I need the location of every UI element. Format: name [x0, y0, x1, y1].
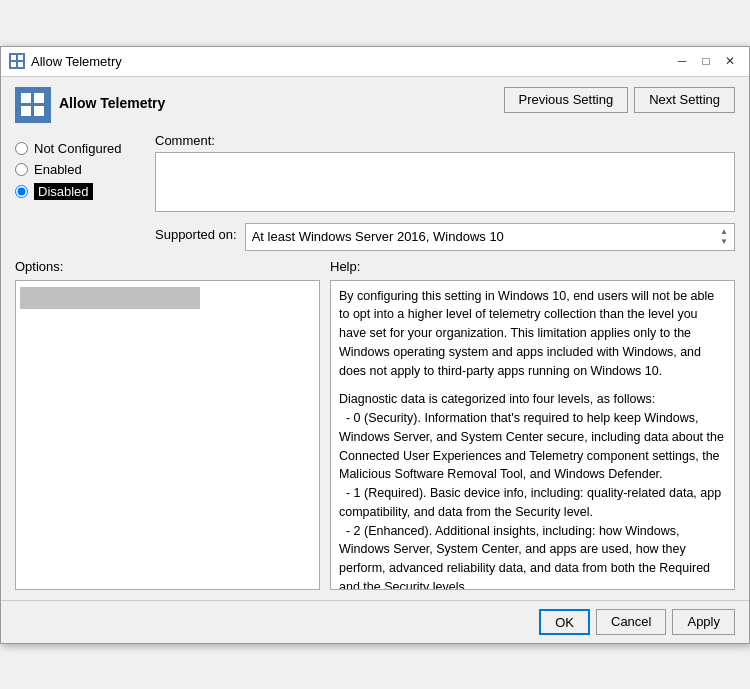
comment-textarea-wrapper: [155, 152, 735, 215]
not-configured-radio[interactable]: [15, 142, 28, 155]
middle-section: Not Configured Enabled Disabled Comment:: [15, 133, 735, 251]
comment-area: Comment:: [155, 133, 735, 215]
svg-rect-2: [11, 62, 16, 67]
enabled-radio[interactable]: [15, 163, 28, 176]
enabled-option[interactable]: Enabled: [15, 162, 145, 177]
svg-rect-4: [21, 93, 31, 103]
comment-label: Comment:: [155, 133, 735, 148]
disabled-label: Disabled: [34, 183, 93, 200]
policy-icon-large: [20, 92, 46, 118]
not-configured-label: Not Configured: [34, 141, 121, 156]
supported-label: Supported on:: [155, 223, 237, 242]
help-col: Help: By configuring this setting in Win…: [330, 259, 735, 590]
not-configured-option[interactable]: Not Configured: [15, 141, 145, 156]
svg-rect-7: [34, 106, 44, 116]
close-button[interactable]: ✕: [719, 50, 741, 72]
title-bar-controls: ─ □ ✕: [671, 50, 741, 72]
help-title: Help:: [330, 259, 735, 274]
comment-textarea[interactable]: [155, 152, 735, 212]
top-buttons: Previous Setting Next Setting: [504, 87, 736, 113]
supported-value: At least Windows Server 2016, Windows 10: [252, 229, 504, 244]
main-content: Allow Telemetry Previous Setting Next Se…: [1, 77, 749, 600]
supported-row: Supported on: At least Windows Server 20…: [155, 223, 735, 251]
policy-icon-area: [15, 87, 51, 123]
radio-options: Not Configured Enabled Disabled: [15, 133, 145, 208]
options-inner-bar: [20, 287, 200, 309]
window-icon: [9, 53, 25, 69]
ok-button[interactable]: OK: [539, 609, 590, 635]
dialog-window: Allow Telemetry ─ □ ✕ Allow Telemetry Pr…: [0, 46, 750, 644]
title-bar-left: Allow Telemetry: [9, 53, 122, 69]
svg-rect-5: [34, 93, 44, 103]
options-title: Options:: [15, 259, 320, 274]
maximize-button[interactable]: □: [695, 50, 717, 72]
apply-button[interactable]: Apply: [672, 609, 735, 635]
help-text: By configuring this setting in Windows 1…: [339, 287, 726, 590]
radio-options-col: Not Configured Enabled Disabled: [15, 133, 145, 251]
help-paragraph-1: By configuring this setting in Windows 1…: [339, 287, 726, 381]
previous-setting-button[interactable]: Previous Setting: [504, 87, 629, 113]
help-box[interactable]: By configuring this setting in Windows 1…: [330, 280, 735, 590]
title-bar: Allow Telemetry ─ □ ✕: [1, 47, 749, 77]
supported-scroll-up[interactable]: ▲: [720, 227, 728, 236]
svg-rect-1: [18, 55, 23, 60]
right-col: Comment: Supported on: At least Windows …: [155, 133, 735, 251]
policy-title: Allow Telemetry: [59, 87, 504, 111]
cancel-button[interactable]: Cancel: [596, 609, 666, 635]
enabled-label: Enabled: [34, 162, 82, 177]
svg-rect-6: [21, 106, 31, 116]
disabled-radio[interactable]: [15, 185, 28, 198]
top-section: Allow Telemetry Previous Setting Next Se…: [15, 87, 735, 123]
next-setting-button[interactable]: Next Setting: [634, 87, 735, 113]
supported-value-box: At least Windows Server 2016, Windows 10…: [245, 223, 735, 251]
svg-rect-0: [11, 55, 16, 60]
policy-icon-svg: [10, 54, 24, 68]
footer: OK Cancel Apply: [1, 600, 749, 643]
disabled-option[interactable]: Disabled: [15, 183, 145, 200]
minimize-button[interactable]: ─: [671, 50, 693, 72]
window-title: Allow Telemetry: [31, 54, 122, 69]
svg-rect-3: [18, 62, 23, 67]
options-box: [15, 280, 320, 590]
bottom-section: Options: Help: By configuring this setti…: [15, 259, 735, 590]
supported-scroll-down[interactable]: ▼: [720, 237, 728, 246]
help-paragraph-2: Diagnostic data is categorized into four…: [339, 390, 726, 589]
options-col: Options:: [15, 259, 320, 590]
